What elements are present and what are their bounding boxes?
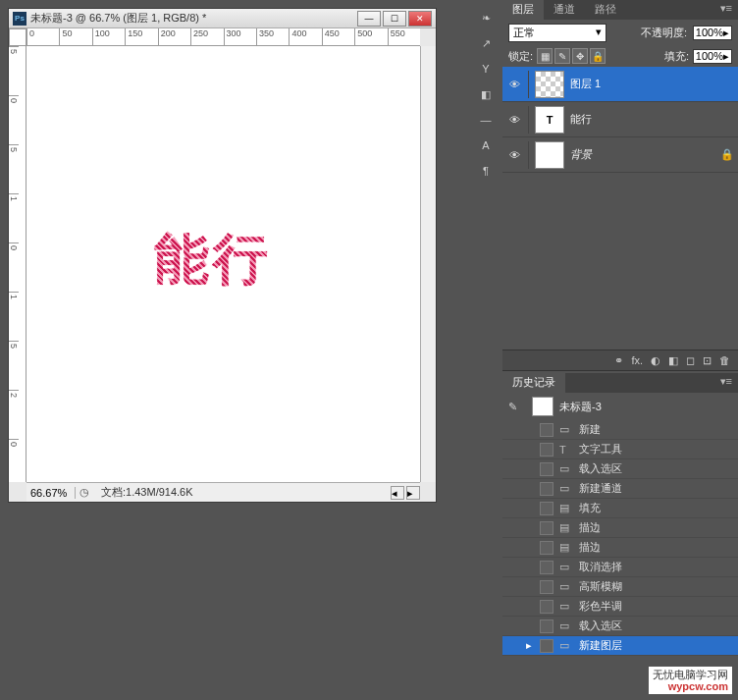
layer-row[interactable]: 👁图层 1: [502, 67, 738, 102]
history-step[interactable]: T文字工具: [502, 440, 738, 459]
history-step[interactable]: ▭载入选区: [502, 617, 738, 636]
history-step-icon: ▭: [559, 423, 573, 436]
layer-action-icon[interactable]: ◻: [686, 354, 695, 366]
history-brush-target[interactable]: [540, 580, 554, 594]
layer-action-icon[interactable]: ◐: [651, 354, 660, 366]
title-bar[interactable]: Ps 未标题-3 @ 66.7% (图层 1, RGB/8) * — ☐ ✕: [9, 9, 436, 28]
history-brush-target[interactable]: [540, 482, 554, 496]
history-brush-target[interactable]: [540, 502, 554, 515]
maximize-button[interactable]: ☐: [383, 11, 406, 27]
ruler-horizontal[interactable]: 050100150200250300350400450500550: [26, 28, 420, 46]
tab-channels[interactable]: 通道: [544, 0, 585, 20]
layers-panel: 图层通道路径▾≡ 正常▾ 不透明度: 100%▸ 锁定: ▦✎✥🔒 填充: 10…: [502, 0, 738, 371]
history-snapshot[interactable]: ✎ 未标题-3: [502, 393, 738, 420]
history-step-icon: ▭: [559, 580, 573, 593]
canvas[interactable]: 能行: [26, 46, 420, 482]
history-brush-target[interactable]: [540, 462, 554, 476]
visibility-eye-icon[interactable]: 👁: [506, 77, 522, 92]
history-step[interactable]: ▭彩色半调: [502, 597, 738, 617]
fill-input[interactable]: 100%▸: [693, 49, 732, 64]
ruler-tick: 2: [9, 390, 19, 439]
layer-action-icon[interactable]: ◧: [668, 354, 678, 366]
history-step[interactable]: ▸▭新建图层: [502, 636, 738, 656]
history-step[interactable]: ▭取消选择: [502, 558, 738, 577]
document-window: Ps 未标题-3 @ 66.7% (图层 1, RGB/8) * — ☐ ✕ 0…: [8, 8, 437, 503]
close-button[interactable]: ✕: [408, 11, 432, 27]
ruler-vertical[interactable]: 50510152025: [9, 46, 26, 482]
ruler-tick: 1: [9, 193, 19, 242]
lock-option-icon[interactable]: ✎: [554, 48, 570, 64]
history-brush-icon[interactable]: ✎: [508, 401, 526, 413]
snapshot-thumbnail: [532, 397, 554, 416]
panel-menu-icon[interactable]: ▾≡: [714, 0, 738, 20]
scroll-right-button[interactable]: ▸: [406, 486, 420, 500]
history-brush-target[interactable]: [540, 423, 554, 437]
layer-name[interactable]: 图层 1: [570, 77, 601, 91]
history-brush-target[interactable]: [540, 639, 554, 653]
scrollbar-vertical[interactable]: [420, 46, 436, 482]
layer-name[interactable]: 能行: [570, 112, 592, 127]
app-icon: Ps: [13, 12, 26, 26]
ruler-tick: 400: [289, 28, 321, 45]
tab-layers[interactable]: 图层: [502, 0, 544, 20]
layer-action-icon[interactable]: ⚭: [614, 354, 623, 366]
layer-thumbnail[interactable]: T: [535, 106, 564, 134]
history-step-label: 文字工具: [579, 442, 622, 457]
history-step[interactable]: ▭载入选区: [502, 459, 738, 479]
history-step[interactable]: ▭高斯模糊: [502, 577, 738, 597]
layer-thumbnail[interactable]: [535, 141, 564, 169]
history-step-label: 描边: [579, 520, 601, 535]
collapsed-panel-icon[interactable]: ↗: [476, 33, 496, 53]
zoom-input[interactable]: 66.67%: [26, 487, 76, 499]
history-list: ▭新建T文字工具▭载入选区▭新建通道▤填充▤描边▤描边▭取消选择▭高斯模糊▭彩色…: [502, 420, 738, 700]
ruler-tick: 0: [26, 28, 59, 45]
layer-row[interactable]: 👁T能行: [502, 102, 738, 137]
layer-name[interactable]: 背景: [570, 147, 592, 162]
collapsed-panel-icon[interactable]: A: [476, 135, 496, 155]
layer-row[interactable]: 👁背景🔒: [502, 137, 738, 173]
tab-history[interactable]: 历史记录: [502, 373, 565, 393]
layers-empty-area[interactable]: [502, 173, 738, 350]
opacity-input[interactable]: 100%▸: [693, 26, 732, 40]
collapsed-panel-icon[interactable]: Y: [476, 59, 496, 79]
window-title: 未标题-3 @ 66.7% (图层 1, RGB/8) *: [30, 11, 357, 26]
scroll-left-button[interactable]: ◂: [391, 486, 404, 500]
history-brush-target[interactable]: [540, 561, 554, 574]
history-step[interactable]: ▭新建通道: [502, 479, 738, 499]
layer-thumbnail[interactable]: [535, 71, 564, 98]
lock-option-icon[interactable]: ✥: [572, 48, 588, 64]
collapsed-panel-dock: ❧↗Y◧—A¶: [476, 0, 500, 181]
ruler-tick: 100: [92, 28, 125, 45]
history-brush-target[interactable]: [540, 521, 554, 535]
collapsed-panel-icon[interactable]: ❧: [476, 8, 496, 27]
layer-action-icon[interactable]: fx.: [631, 354, 643, 366]
history-step[interactable]: ▭新建: [502, 420, 738, 440]
ruler-tick: 300: [224, 28, 256, 45]
visibility-eye-icon[interactable]: 👁: [506, 112, 522, 128]
layer-action-icon[interactable]: ⊡: [703, 354, 712, 366]
history-step[interactable]: ▤描边: [502, 518, 738, 538]
history-brush-target[interactable]: [540, 443, 554, 457]
history-step[interactable]: ▤描边: [502, 538, 738, 558]
collapsed-panel-icon[interactable]: ¶: [476, 161, 496, 181]
lock-option-icon[interactable]: ▦: [537, 48, 553, 64]
visibility-eye-icon[interactable]: 👁: [506, 147, 522, 163]
blend-mode-select[interactable]: 正常▾: [508, 24, 606, 42]
history-step[interactable]: ▤填充: [502, 499, 738, 518]
minimize-button[interactable]: —: [357, 11, 381, 27]
document-info[interactable]: 文档:1.43M/914.6K: [93, 485, 201, 500]
ruler-origin[interactable]: [9, 28, 26, 46]
history-step-label: 新建: [579, 422, 601, 437]
tab-paths[interactable]: 路径: [585, 0, 626, 20]
collapsed-panel-icon[interactable]: ◧: [476, 84, 496, 104]
history-brush-target[interactable]: [540, 619, 554, 633]
history-brush-target[interactable]: [540, 541, 554, 555]
collapsed-panel-icon[interactable]: —: [476, 110, 496, 130]
lock-option-icon[interactable]: 🔒: [590, 48, 606, 64]
doc-size-icon[interactable]: ◷: [76, 486, 93, 499]
layer-action-icon[interactable]: 🗑: [719, 354, 730, 366]
history-step-icon: ▤: [559, 521, 573, 534]
ruler-tick: 0: [9, 95, 19, 144]
panel-menu-icon[interactable]: ▾≡: [714, 373, 738, 393]
history-brush-target[interactable]: [540, 600, 554, 614]
